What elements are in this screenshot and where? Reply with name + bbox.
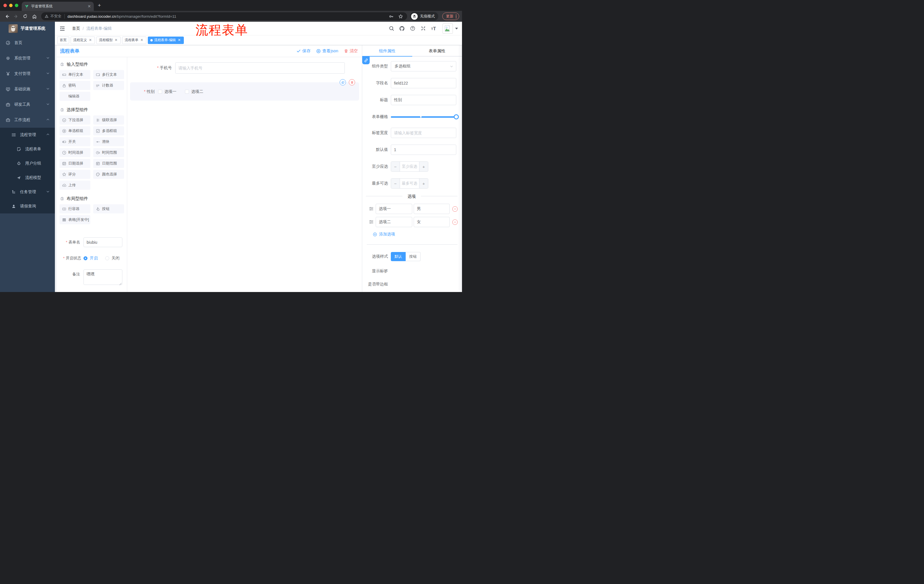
browser-tab[interactable]: 芋道管理系统 ✕ [22, 2, 94, 11]
link-handle-button[interactable] [362, 57, 370, 64]
help-icon[interactable] [410, 26, 416, 31]
component-日期范围[interactable]: 日期范围 [93, 159, 124, 168]
bookmark-star-icon[interactable] [398, 14, 403, 19]
component-多选框组[interactable]: 多选框组 [93, 126, 124, 135]
component-开关[interactable]: 开关 [59, 137, 90, 146]
style-default-button[interactable]: 默认 [391, 252, 406, 261]
style-button-button[interactable]: 按钮 [406, 252, 421, 261]
sidebar-item-基础设施[interactable]: 基础设施 [0, 81, 55, 97]
component-密码[interactable]: 密码 [59, 81, 90, 90]
component-单行文本[interactable]: 单行文本 [59, 70, 90, 79]
component-行容器[interactable]: 行容器 [59, 204, 90, 214]
password-key-icon[interactable] [389, 14, 394, 19]
tab-close-icon[interactable]: ✕ [87, 4, 91, 8]
sidebar-item-流程表单[interactable]: 流程表单 [0, 142, 55, 156]
sidebar-item-工作流程[interactable]: 工作流程 [0, 112, 55, 128]
close-window-button[interactable] [3, 4, 7, 7]
component-多行文本[interactable]: 多行文本 [93, 70, 124, 79]
drag-handle-icon[interactable] [369, 219, 374, 225]
sidebar-item-流程模型[interactable]: 流程模型 [0, 171, 55, 185]
stepper-increase-button[interactable]: + [419, 179, 428, 188]
option-label-input[interactable] [376, 204, 412, 214]
zoom-window-button[interactable] [15, 4, 18, 7]
tag-流程定义[interactable]: 流程定义✕ [71, 36, 95, 44]
component-上传[interactable]: 上传 [59, 181, 90, 190]
delete-component-button[interactable] [349, 79, 355, 86]
component-时间范围[interactable]: 时间范围 [93, 148, 124, 157]
forward-icon[interactable] [12, 12, 20, 20]
tag-流程表单[interactable]: 流程表单✕ [122, 36, 146, 44]
collapse-sidebar-icon[interactable] [59, 26, 65, 31]
fullscreen-icon[interactable] [420, 26, 426, 31]
remove-option-button[interactable]: − [452, 206, 458, 212]
form-name-input[interactable] [84, 237, 122, 247]
view-json-button[interactable]: 查看json [316, 48, 338, 54]
label-width-input[interactable] [391, 128, 456, 138]
close-tag-icon[interactable]: ✕ [177, 38, 181, 42]
phone-input[interactable] [175, 62, 345, 74]
tag-流程模型[interactable]: 流程模型✕ [96, 36, 120, 44]
option-label-input[interactable] [376, 217, 412, 227]
drag-handle-icon[interactable] [369, 206, 374, 211]
close-tag-icon[interactable]: ✕ [114, 38, 118, 42]
stepper-increase-button[interactable]: + [419, 162, 428, 171]
component-评分[interactable]: 评分 [59, 170, 90, 179]
add-option-button[interactable]: 添加选项 [373, 232, 462, 237]
sidebar-item-支付管理[interactable]: 支付管理 [0, 66, 55, 81]
sidebar-item-请假查询[interactable]: 请假查询 [0, 199, 55, 214]
component-编辑器[interactable]: 编辑器 [59, 92, 90, 101]
selected-component-gender[interactable]: 性别 选项一选项二 [130, 82, 359, 100]
component-表格[开发中][interactable]: 表格[开发中] [59, 215, 90, 224]
tab-form-props[interactable]: 表单属性 [412, 45, 462, 57]
form-grid-slider[interactable] [391, 112, 456, 122]
component-级联选择[interactable]: 级联选择 [93, 115, 124, 125]
sidebar-item-研发工具[interactable]: 研发工具 [0, 97, 55, 112]
window-controls[interactable] [3, 4, 18, 7]
design-canvas[interactable]: 手机号 [127, 57, 362, 292]
component-单选框组[interactable]: 单选框组 [59, 126, 90, 135]
component-按钮[interactable]: 按钮 [93, 204, 124, 214]
security-indicator[interactable]: 不安全 [45, 14, 61, 19]
back-icon[interactable] [3, 12, 11, 20]
sidebar-item-流程管理[interactable]: 流程管理 [0, 128, 55, 142]
user-menu[interactable] [442, 23, 458, 34]
title-input[interactable] [391, 95, 456, 105]
field-name-input[interactable] [391, 78, 456, 88]
close-tag-icon[interactable]: ✕ [140, 38, 144, 42]
slider-handle[interactable] [454, 114, 459, 119]
component-下拉选择[interactable]: 下拉选择 [59, 115, 90, 125]
minimize-window-button[interactable] [9, 4, 13, 7]
form-remark-textarea[interactable]: 嘿嘿 [84, 270, 122, 285]
new-tab-button[interactable]: + [98, 2, 101, 8]
checkbox-选项一[interactable]: 选项一 [158, 89, 177, 94]
tab-component-props[interactable]: 组件属性 [362, 45, 412, 57]
stepper-decrease-button[interactable]: − [391, 162, 400, 171]
phone-field[interactable]: 手机号 [144, 62, 345, 74]
copy-component-button[interactable] [340, 79, 346, 86]
font-size-icon[interactable]: TT [431, 26, 437, 31]
home-icon[interactable] [30, 12, 38, 20]
tag-流程表单-编辑[interactable]: 流程表单-编辑✕ [148, 36, 184, 44]
github-icon[interactable] [399, 26, 405, 31]
search-icon[interactable] [389, 26, 394, 31]
stepper-decrease-button[interactable]: − [391, 179, 400, 188]
sidebar-item-系统管理[interactable]: 系统管理 [0, 51, 55, 66]
component-滑块[interactable]: 滑块 [93, 137, 124, 146]
clear-button[interactable]: 清空 [344, 48, 358, 54]
sidebar-logo[interactable]: 芋道管理系统 [0, 22, 55, 35]
resize-grip[interactable] [119, 283, 122, 285]
option-value-input[interactable] [414, 204, 450, 214]
min-select-placeholder[interactable]: 至少应选 [400, 162, 419, 171]
checkbox-选项二[interactable]: 选项二 [185, 89, 203, 94]
default-value-input[interactable] [391, 145, 456, 155]
sidebar-item-任务管理[interactable]: 任务管理 [0, 185, 55, 199]
max-select-placeholder[interactable]: 最多可选 [400, 179, 419, 188]
breadcrumb-home[interactable]: 首页 [72, 26, 80, 31]
browser-update-button[interactable]: 更新 [442, 13, 459, 20]
component-计数器[interactable]: 123计数器 [93, 81, 124, 90]
reload-icon[interactable] [21, 12, 29, 20]
component-颜色选择[interactable]: 颜色选择 [93, 170, 124, 179]
tag-首页[interactable]: 首页 [57, 36, 69, 44]
component-type-select[interactable]: 多选框组 [391, 61, 456, 71]
radio-open[interactable]: 开启 [84, 256, 98, 261]
